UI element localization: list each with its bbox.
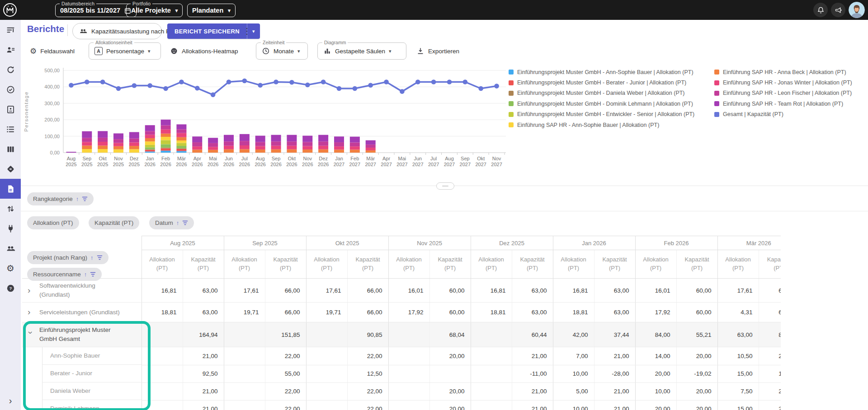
value-cell: 18,81	[142, 303, 183, 322]
chip-datum[interactable]: Datum ↑	[149, 216, 194, 229]
chip-rangkategorie[interactable]: Rangkategorie ↑	[27, 192, 94, 205]
expand-row-icon[interactable]: ›	[28, 308, 34, 316]
announcements-button[interactable]	[831, 3, 845, 17]
value-cell: 55,00	[265, 365, 306, 382]
report-table-container[interactable]: Aug 2025Sep 2025Okt 2025Nov 2025Dez 2025…	[22, 236, 781, 410]
svg-text:Jun2027: Jun2027	[412, 156, 423, 167]
stacked-columns-icon	[323, 47, 331, 55]
legend-item[interactable]: Einführung SAP HR - Jonas Winter | Allok…	[714, 77, 852, 88]
legend-item[interactable]: Einführung SAP HR - Leon Fischer | Allok…	[714, 88, 852, 98]
value-cell: 7,00	[553, 347, 594, 365]
legend-item[interactable]: Einführung SAP HR - Team Rot | Allokatio…	[714, 98, 852, 109]
table-row: ›Einführungsprojekt Muster GmbH Gesamt16…	[22, 322, 781, 347]
list-icon	[6, 125, 15, 134]
svg-text:?: ?	[9, 286, 12, 291]
page-title: Berichte	[27, 23, 64, 34]
svg-text:Feb2026: Feb2026	[160, 156, 171, 167]
resource-row-label[interactable]: Dominik Lehmann	[22, 400, 142, 410]
project-row-label[interactable]: ›Einführungsprojekt Muster GmbH Gesamt	[22, 322, 142, 347]
date-range-field[interactable]: Datumsbereich 08/2025 bis 11/2027	[55, 4, 137, 17]
sidebar-item-teams[interactable]	[0, 238, 21, 258]
svg-text:Aug2025: Aug2025	[66, 156, 76, 167]
value-cell: 164,94	[183, 322, 224, 347]
value-cell	[471, 347, 512, 365]
subcolumn-header: Kapazität (PT)	[183, 250, 224, 279]
sidebar-item-integrations[interactable]	[0, 219, 21, 238]
chip-kapazitaet[interactable]: Kapazität (PT)	[89, 216, 139, 229]
user-avatar[interactable]	[849, 2, 865, 18]
chip-allokation[interactable]: Allokation (PT)	[27, 216, 79, 229]
legend-item[interactable]: Einführungsprojekt Muster GmbH - Dominik…	[509, 98, 694, 109]
legend-item[interactable]: Einführung SAP HR - Anna Beck | Allokati…	[714, 67, 852, 77]
allocation-heatmap-button[interactable]: Allokations-Heatmap	[170, 43, 238, 59]
resource-row-label[interactable]: Berater - Junior	[22, 365, 142, 382]
notifications-button[interactable]	[813, 3, 828, 17]
chart-type-select[interactable]: Diagramm Gestapelte Säulen ▾	[317, 42, 406, 60]
value-cell: 55,21	[676, 322, 717, 347]
svg-text:300,00: 300,00	[44, 101, 60, 106]
sidebar-item-scenarios[interactable]	[0, 20, 21, 40]
chip-projekt[interactable]: Projekt (nach Rang) ↑	[27, 251, 108, 264]
field-selection-button[interactable]: ⚙ Feldauswahl	[30, 43, 75, 59]
value-cell: 21,00	[512, 400, 553, 410]
legend-item[interactable]: Einführung SAP HR - Ann-Sophie Bauer | A…	[509, 120, 694, 130]
value-cell: 10,00	[635, 382, 676, 400]
more-options-button[interactable]: ⋮	[242, 23, 251, 39]
export-button[interactable]: Exportieren	[416, 43, 459, 59]
value-cell	[142, 382, 183, 400]
report-selector[interactable]: Kapazitätsauslastung nach Projekt ▾	[72, 23, 162, 39]
export-label: Exportieren	[428, 48, 459, 55]
value-cell: -11,00	[512, 365, 553, 382]
capacity-chart: 0,00100,00200,00300,00400,00500,00Aug202…	[18, 62, 507, 175]
person-list-icon	[6, 45, 15, 55]
value-cell: 60,00	[676, 279, 717, 303]
legend-item[interactable]: Einführungsprojekt Muster GmbH - Ann-Sop…	[509, 67, 694, 77]
legend-item[interactable]: Gesamt | Kapazität (PT)	[714, 109, 852, 120]
value-cell: 66,00	[759, 303, 781, 322]
project-row-label[interactable]: ›Serviceleistungen (Grundlast)	[22, 303, 142, 322]
value-cell	[142, 365, 183, 382]
sidebar-item-help[interactable]: ?	[0, 278, 21, 298]
subcolumn-header: Allokation (PT)	[306, 250, 347, 279]
time-unit-select[interactable]: Zeiteinheit Monate ▾	[256, 42, 308, 60]
value-cell: 20,00	[676, 400, 717, 410]
legend-label: Einführungsprojekt Muster GmbH - Daniela…	[517, 90, 685, 96]
sidebar-item-settings[interactable]: ⚙	[0, 258, 21, 278]
allocation-unit-select[interactable]: Allokationseinheit A Personentage ▾	[89, 42, 161, 60]
svg-text:Mär2026: Mär2026	[176, 156, 187, 167]
expand-row-icon[interactable]: ›	[28, 286, 34, 294]
heatmap-mask-icon	[170, 47, 178, 55]
subcolumn-header: Kapazität (PT)	[429, 250, 471, 279]
table-row: Ann-Sophie Bauer21,0022,0022,0020,0021,0…	[22, 347, 781, 365]
legend-item[interactable]: Einführungsprojekt Muster GmbH - Entwick…	[509, 109, 694, 120]
value-cell: 66,00	[265, 279, 306, 303]
subcolumn-header: Kapazität (PT)	[512, 250, 553, 279]
table-row: Daniela Weber21,0022,0022,0020,0021,005,…	[22, 382, 781, 400]
panel-resize-handle[interactable]	[436, 182, 454, 190]
value-cell: 17,92	[635, 303, 676, 322]
scenario-field[interactable]: Plandaten ▾	[187, 4, 236, 17]
sidebar-item-sort[interactable]	[0, 199, 21, 219]
value-cell	[388, 322, 429, 347]
value-cell: 60,44	[512, 322, 553, 347]
app-logo-icon[interactable]	[2, 2, 18, 18]
chevron-down-icon: ▾	[252, 28, 255, 34]
value-cell: 7,50	[717, 382, 759, 400]
sidebar-item-resources[interactable]	[0, 40, 21, 60]
svg-text:Mai2026: Mai2026	[208, 156, 218, 167]
sidebar-item-reports[interactable]	[0, 179, 21, 199]
portfolio-field[interactable]: Portfolio Alle Projekte ▾	[126, 4, 183, 17]
legend-swatch	[509, 101, 514, 106]
value-cell	[142, 347, 183, 365]
project-row-label[interactable]: ›Softwareentwicklung (Grundlast)	[22, 279, 142, 303]
collapse-row-icon[interactable]: ›	[27, 331, 35, 337]
chip-ressourcenname[interactable]: Ressourcenname ↑	[27, 268, 102, 281]
resource-row-label[interactable]: Daniela Weber	[22, 382, 142, 400]
value-cell: 22,00	[347, 400, 388, 410]
legend-item[interactable]: Einführungsprojekt Muster GmbH - Berater…	[509, 77, 694, 88]
sidebar-expand-button[interactable]: ›	[0, 394, 21, 407]
svg-text:Jan2027: Jan2027	[334, 156, 344, 167]
value-cell: 21,00	[594, 400, 635, 410]
resource-row-label[interactable]: Ann-Sophie Bauer	[22, 347, 142, 365]
legend-item[interactable]: Einführungsprojekt Muster GmbH - Daniela…	[509, 88, 694, 98]
